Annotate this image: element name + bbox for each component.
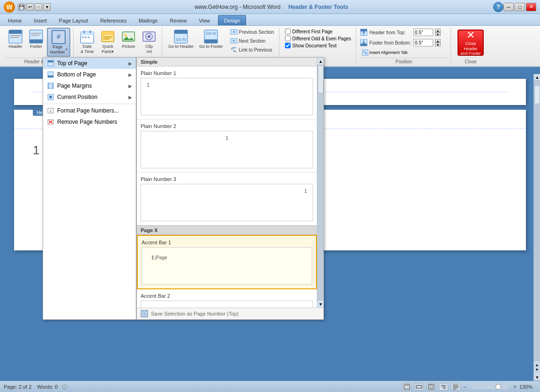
save-btn[interactable]: 💾 (18, 3, 25, 11)
footer-bottom-down[interactable]: ▼ (435, 43, 441, 46)
svg-rect-1 (9, 30, 22, 34)
svg-text:✓: ✓ (63, 385, 66, 389)
picture-button[interactable]: Picture (119, 28, 138, 51)
svg-text:#: # (57, 33, 60, 40)
go-to-footer-button[interactable]: Go to Go to Footer (197, 28, 225, 51)
scroll-up-button[interactable]: ▲ (534, 74, 540, 81)
full-screen-view-btn[interactable] (414, 383, 424, 391)
close-red-icon: ✕ (466, 29, 475, 41)
show-document-text-checkbox[interactable]: Show Document Text (285, 43, 351, 48)
tab-references[interactable]: References (94, 15, 133, 25)
scroll-up-btn[interactable]: ▲ (317, 58, 323, 65)
outline-view-btn[interactable] (439, 383, 448, 391)
different-first-page-checkbox[interactable]: Different First Page (285, 29, 351, 34)
document-scrollbar[interactable]: ▲ ▲ ▼ ▼ (533, 74, 540, 381)
undo-btn[interactable]: ↩ (26, 3, 34, 11)
tab-page-layout[interactable]: Page Layout (53, 15, 94, 25)
zoom-plus-btn[interactable]: + (513, 384, 517, 390)
different-odd-even-input[interactable] (285, 36, 291, 41)
header-from-top-input[interactable] (413, 29, 433, 36)
date-time-button[interactable]: Date& Time (77, 28, 97, 56)
link-to-previous-button[interactable]: Link to Previous (228, 45, 276, 54)
ribbon-group-position: Header from Top: ▲ ▼ Footer from Bott (357, 28, 451, 64)
scroll-thumb[interactable] (534, 85, 540, 104)
header-top-up[interactable]: ▲ (435, 29, 441, 32)
different-first-page-input[interactable] (285, 29, 291, 34)
print-layout-view-btn[interactable] (402, 383, 412, 391)
scroll-down-btn[interactable]: ▼ (317, 300, 323, 308)
go-to-header-button[interactable]: Go to Go to Header (166, 28, 196, 51)
gallery-item-plain-number-1[interactable]: Plain Number 1 1 (137, 67, 317, 120)
tab-home[interactable]: Home (2, 15, 28, 25)
bottom-of-page-label: Bottom of Page (57, 71, 96, 78)
scroll-down-button[interactable]: ▼ (534, 374, 540, 381)
svg-text:#: # (143, 312, 146, 316)
footer-from-bottom-input[interactable] (413, 39, 433, 46)
header-button[interactable]: Header (6, 28, 25, 51)
header-top-down[interactable]: ▼ (435, 32, 441, 36)
header-label: Header (8, 44, 22, 49)
app-logo: W (4, 1, 15, 13)
header-from-top-icon (360, 29, 368, 36)
gallery-item-plain-number-3[interactable]: Plain Number 3 1 (137, 173, 317, 226)
different-odd-even-checkbox[interactable]: Different Odd & Even Pages (285, 36, 351, 41)
window-controls[interactable]: ─ □ ✕ (503, 3, 536, 11)
footer-from-bottom-spinner[interactable]: ▲ ▼ (435, 39, 441, 46)
quick-parts-button[interactable]: QuickParts▾ (98, 28, 118, 56)
close-button[interactable]: ✕ (526, 3, 536, 11)
svg-rect-30 (204, 39, 218, 43)
web-layout-view-btn[interactable] (427, 383, 436, 391)
svg-rect-46 (48, 75, 53, 77)
footer-button[interactable]: Footer (26, 28, 46, 51)
scroll-track (534, 81, 540, 360)
dropdown-item-format-page-numbers[interactable]: 1 Format Page Numbers... (43, 105, 136, 116)
plain-number-2-label: Plain Number 2 (141, 123, 313, 129)
zoom-minus-btn[interactable]: − (463, 384, 466, 390)
gallery-item-accent-bar-1[interactable]: Accent Bar 1 1|Page (137, 235, 317, 289)
zoom-thumb[interactable] (495, 384, 501, 390)
gallery-item-accent-bar-2[interactable]: Accent Bar 2 Page | 1 (137, 289, 317, 308)
insert-alignment-label: Insert Alignment Tab (369, 50, 407, 55)
tab-mailings[interactable]: Mailings (133, 15, 164, 25)
scroll-thumb[interactable] (318, 65, 323, 93)
help-button[interactable]: ? (493, 2, 503, 12)
tab-design[interactable]: Design (218, 15, 246, 25)
accent-bar-1-preview: 1|Page (142, 247, 312, 285)
draft-view-btn[interactable] (451, 383, 460, 391)
dropdown-item-page-margins[interactable]: Page Margins ▶ (43, 80, 136, 91)
redo-btn[interactable]: ↪ (35, 3, 42, 11)
scroll-down-down-arrow[interactable]: ▼ (535, 368, 539, 372)
quick-access-toolbar[interactable]: 💾 ↩ ↪ ▾ (18, 3, 51, 11)
close-header-footer-button[interactable]: ✕ Close Headerand Footer (458, 30, 484, 56)
footer-bottom-up[interactable]: ▲ (435, 39, 441, 43)
previous-section-button[interactable]: Previous Section (228, 28, 276, 36)
next-section-button[interactable]: Next Section (228, 37, 276, 45)
dropdown-item-remove-page-numbers[interactable]: Remove Page Numbers (43, 116, 136, 128)
zoom-slider[interactable] (471, 384, 509, 389)
dropdown-item-current-position[interactable]: Current Position ▶ (43, 91, 136, 103)
dropdown-item-bottom-of-page[interactable]: Bottom of Page ▶ (43, 69, 136, 80)
gallery-item-plain-number-2[interactable]: Plain Number 2 1 (137, 120, 317, 173)
page-number-button[interactable]: # PageNumber ▾ (47, 28, 70, 57)
svg-point-22 (124, 34, 127, 37)
gallery-section-simple: Simple (137, 58, 317, 67)
tab-insert[interactable]: Insert (28, 15, 53, 25)
clip-art-button[interactable]: ClipArt (139, 28, 159, 56)
svg-rect-62 (404, 384, 410, 386)
gallery-scrollable[interactable]: Simple Plain Number 1 1 Plain Number 2 1 (137, 58, 317, 308)
dropdown-item-top-of-page[interactable]: Top of Page ▶ (43, 58, 136, 69)
maximize-button[interactable]: □ (515, 3, 525, 11)
tab-review[interactable]: Review (164, 15, 193, 25)
tab-view[interactable]: View (193, 15, 216, 25)
link-to-previous-label: Link to Previous (239, 47, 272, 53)
header-from-top-spinner[interactable]: ▲ ▼ (435, 29, 441, 36)
quick-parts-label: QuickParts▾ (102, 44, 114, 54)
customize-btn[interactable]: ▾ (43, 3, 51, 11)
show-document-text-input[interactable] (285, 43, 291, 48)
track-changes-btn[interactable]: ✓ (61, 384, 68, 390)
scroll-down-up-arrow[interactable]: ▲ (535, 363, 539, 367)
minimize-button[interactable]: ─ (503, 3, 514, 11)
insert-alignment-tab-button[interactable]: Insert Alignment Tab (360, 48, 409, 57)
zoom-arrows[interactable]: ▲ ▼ (534, 360, 540, 374)
gallery-scrollbar[interactable]: ▲ ▼ (317, 58, 323, 308)
